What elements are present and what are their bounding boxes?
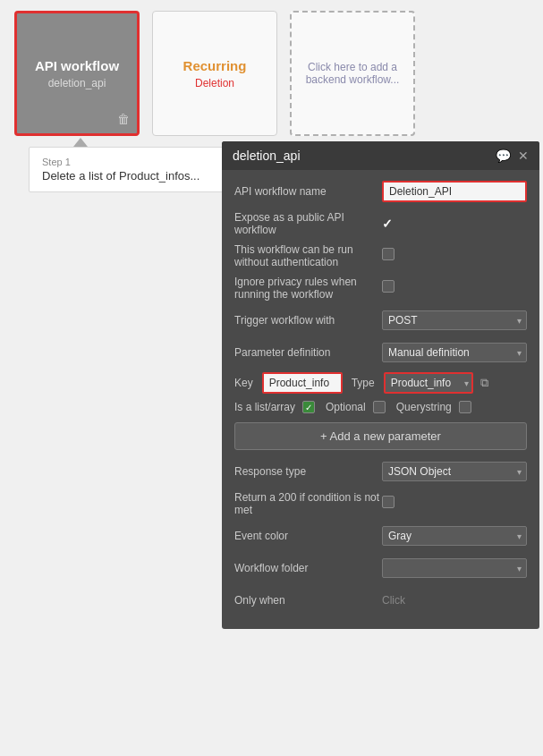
close-icon-button[interactable]: ✕ [518, 149, 529, 163]
add-card-text: Click here to add a backend workflow... [292, 52, 413, 95]
querystring-checkbox[interactable] [459, 401, 471, 413]
api-workflow-name-row: API workflow name [234, 179, 527, 204]
comment-icon-button[interactable]: 💬 [496, 149, 511, 163]
event-color-select[interactable]: Gray Red Blue Green [382, 526, 527, 546]
optional-checkbox[interactable] [373, 401, 386, 413]
optional-label: Optional [326, 401, 366, 413]
recurring-workflow-card[interactable]: Recurring Deletion [152, 11, 277, 136]
type-select-wrapper: Product_info text number boolean [384, 372, 473, 394]
add-parameter-label: + Add a new parameter [320, 429, 441, 443]
no-auth-row: This workflow can be run without authent… [234, 243, 527, 268]
param-def-label: Parameter definition [234, 346, 382, 359]
only-when-row: Only when Click [234, 588, 527, 613]
panel-header-icons: 💬 ✕ [496, 149, 529, 163]
step-description: Delete a list of Product_infos... [42, 169, 212, 183]
only-when-label: Only when [234, 594, 382, 607]
add-workflow-card[interactable]: Click here to add a backend workflow... [290, 11, 415, 136]
workflow-cards-row: API workflow deletion_api 🗑 Recurring De… [0, 0, 543, 147]
param-def-select[interactable]: Manual definition Auto-detected [382, 343, 527, 362]
key-label: Key [234, 377, 253, 389]
recurring-card-title: Recurring [183, 58, 247, 73]
response-type-select-wrapper: JSON Object text number [382, 462, 527, 481]
settings-panel: deletion_api 💬 ✕ API workflow name Expos… [222, 141, 539, 629]
key-type-row: Key Type Product_info text number boolea… [234, 372, 527, 394]
trigger-select[interactable]: POST GET PUT DELETE [382, 310, 527, 330]
workflow-folder-label: Workflow folder [234, 562, 382, 574]
no-auth-checkbox-area [382, 248, 527, 264]
response-type-row: Response type JSON Object text number [234, 459, 527, 484]
ignore-privacy-row: Ignore privacy rules when running the wo… [234, 276, 527, 301]
ignore-privacy-checkbox[interactable] [382, 280, 395, 293]
no-auth-checkbox[interactable] [382, 248, 395, 260]
expose-public-checkmark[interactable]: ✓ [382, 217, 393, 231]
workflow-folder-select[interactable] [382, 558, 527, 578]
trigger-select-wrapper: POST GET PUT DELETE [382, 310, 527, 330]
response-type-select[interactable]: JSON Object text number [382, 462, 527, 481]
ignore-privacy-checkbox-area [382, 280, 527, 296]
is-list-row: Is a list/array Optional Querystring [234, 401, 527, 413]
ignore-privacy-label: Ignore privacy rules when running the wo… [234, 276, 382, 301]
api-workflow-name-input-wrapper [382, 181, 527, 202]
event-color-select-wrapper: Gray Red Blue Green [382, 526, 527, 546]
panel-header: deletion_api 💬 ✕ [222, 141, 539, 170]
no-auth-label: This workflow can be run without authent… [234, 243, 382, 268]
recurring-card-subtitle: Deletion [195, 77, 234, 89]
api-workflow-name-label: API workflow name [234, 185, 382, 198]
param-def-select-wrapper: Manual definition Auto-detected [382, 343, 527, 362]
panel-title: deletion_api [233, 149, 301, 163]
trash-icon[interactable]: 🗑 [117, 112, 130, 126]
is-list-checkbox[interactable] [302, 401, 315, 413]
return-200-label: Return a 200 if condition is not met [234, 491, 382, 516]
event-color-label: Event color [234, 530, 382, 542]
expose-public-checkbox-area: ✓ [382, 217, 393, 231]
only-when-value[interactable]: Click [382, 594, 405, 607]
querystring-label: Querystring [396, 401, 452, 413]
workflow-folder-row: Workflow folder [234, 556, 527, 581]
api-card-title: API workflow [35, 58, 119, 73]
type-select[interactable]: Product_info text number boolean [384, 372, 473, 394]
expose-public-row: Expose as a public API workflow ✓ [234, 211, 527, 236]
param-def-row: Parameter definition Manual definition A… [234, 340, 527, 365]
step-label: Step 1 [42, 157, 212, 167]
key-input[interactable] [262, 372, 343, 394]
return-200-checkbox[interactable] [382, 496, 395, 508]
is-list-label: Is a list/array [234, 401, 295, 413]
trigger-row: Trigger workflow with POST GET PUT DELET… [234, 308, 527, 333]
expose-public-label: Expose as a public API workflow [234, 211, 382, 236]
copy-icon[interactable]: ⧉ [480, 376, 488, 390]
workflow-folder-select-wrapper [382, 558, 527, 578]
api-workflow-name-input[interactable] [382, 181, 527, 202]
response-type-label: Response type [234, 465, 382, 478]
return-200-checkbox-area [382, 496, 527, 512]
api-card-subtitle: deletion_api [48, 77, 106, 89]
return-200-row: Return a 200 if condition is not met [234, 491, 527, 516]
step-area: Step 1 Delete a list of Product_infos... [29, 147, 225, 192]
add-parameter-button[interactable]: + Add a new parameter [234, 422, 527, 450]
panel-body: API workflow name Expose as a public API… [222, 170, 539, 629]
event-color-row: Event color Gray Red Blue Green [234, 523, 527, 548]
type-label: Type [352, 377, 375, 389]
api-workflow-card[interactable]: API workflow deletion_api 🗑 [14, 11, 140, 136]
trigger-label: Trigger workflow with [234, 314, 382, 327]
